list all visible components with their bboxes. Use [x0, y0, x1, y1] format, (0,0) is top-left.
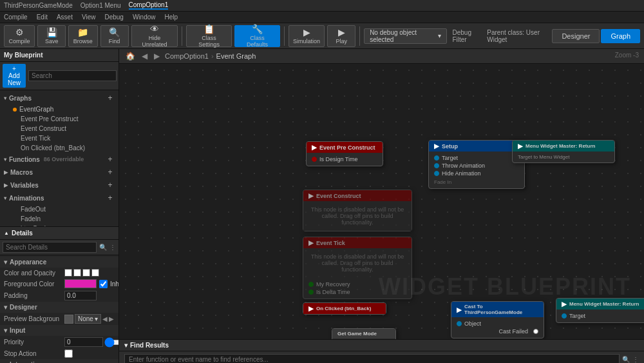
graph-zoom-label: Zoom -3: [615, 52, 639, 59]
event-pre-construct-header: ▶ Event Pre Construct: [307, 142, 383, 153]
variables-section-header[interactable]: ▶ Variables +: [0, 179, 118, 191]
exec-in-pin3: ▶: [562, 300, 567, 308]
right-arrow-icon[interactable]: ▶: [109, 315, 114, 322]
graph-tab[interactable]: Graph: [601, 29, 640, 43]
menu-widget-return-node[interactable]: ▶ Menu Widget Master: Return Target to M…: [512, 140, 615, 163]
event-tick-item[interactable]: Event Tick: [0, 133, 118, 143]
priority-input[interactable]: [64, 337, 103, 347]
separator: [182, 26, 182, 46]
debug-filter-dropdown[interactable]: No debug object selected ▾: [364, 28, 447, 44]
color-r-swatch[interactable]: [64, 269, 72, 277]
preview-bg-label: Preview Backgroun: [4, 315, 62, 322]
menu-window[interactable]: Window: [133, 14, 156, 21]
menu-compile[interactable]: Compile: [4, 14, 28, 21]
animations-add-button[interactable]: +: [106, 193, 115, 202]
event-pre-construct-node[interactable]: ▶ Event Pre Construct Is Design Time: [306, 141, 383, 166]
graph-canvas[interactable]: ▶ Event Pre Construct Is Design Time ▶ S…: [119, 64, 644, 339]
cast-to-header: ▶ Cast To ThirdPersonGameMode: [451, 302, 544, 317]
graph-home-button[interactable]: 🏠: [124, 52, 137, 61]
menu-asset[interactable]: Asset: [57, 14, 73, 21]
disabled-text1: This node is disabled and will not be ca…: [311, 206, 404, 226]
tab-option1-menu[interactable]: Option1 Menu: [80, 2, 121, 9]
left-panel: My Blueprint + Add New 🔍 ⋮ ▾ Graphs + Ev…: [0, 49, 119, 363]
graph-back-button[interactable]: ◀: [140, 52, 149, 61]
color-g-swatch[interactable]: [73, 269, 81, 277]
simulation-button[interactable]: ▶ Simulation: [289, 25, 325, 47]
menu-help[interactable]: Help: [164, 14, 178, 21]
animations-section-header[interactable]: ▾ Animations +: [0, 191, 118, 204]
node-title: On Clicked (btn_Back): [316, 306, 371, 311]
compile-button[interactable]: ⚙ Compile: [4, 25, 35, 47]
event-construct-item[interactable]: Event Construct: [0, 124, 118, 133]
menu-edit[interactable]: Edit: [37, 14, 48, 21]
menu-view[interactable]: View: [82, 14, 96, 21]
cast-to-body: Object Cast Failed: [451, 317, 544, 338]
class-settings-button[interactable]: 📋 Class Settings: [186, 25, 232, 47]
variables-arrow-icon: ▶: [4, 182, 8, 188]
event-pre-construct-item[interactable]: Event Pre Construct: [0, 114, 118, 124]
fadeout-item[interactable]: FadeOut: [0, 204, 118, 214]
get-game-mode-header: Get Game Mode: [332, 329, 395, 338]
appearance-label: Appearance: [10, 259, 46, 266]
event-tick-body: My Recovery Is Delta Time: [303, 278, 412, 299]
exec-out-pin3: ▶: [308, 239, 314, 246]
menu-widget-return-node2[interactable]: ▶ Menu Widget Master: Return Target: [556, 298, 644, 323]
breadcrumb-root[interactable]: CompOption1: [165, 52, 209, 60]
graphs-add-button[interactable]: +: [106, 93, 115, 103]
functions-section-header[interactable]: ▾ Functions 86 Overridable +: [0, 153, 118, 166]
get-game-mode-node[interactable]: Get Game Mode Return Value ▸ Target Menu…: [332, 328, 396, 339]
macros-section: ▶ Macros +: [0, 166, 118, 179]
save-icon: 💾: [46, 27, 57, 37]
inherit-checkbox[interactable]: [99, 280, 108, 288]
tab-comp-option1[interactable]: CompOption1: [129, 1, 169, 10]
play-button[interactable]: ▶ Play: [327, 25, 355, 47]
none-dropdown-arrow-icon: ▾: [95, 315, 98, 322]
input-header[interactable]: ▾ Input: [0, 325, 118, 336]
priority-slider[interactable]: [104, 339, 118, 346]
color-b-swatch[interactable]: [82, 269, 90, 277]
obj-pin3-icon: [434, 171, 439, 176]
padding-input[interactable]: [64, 291, 97, 300]
find-results-input[interactable]: [124, 354, 620, 363]
add-new-button[interactable]: + Add New: [3, 64, 26, 88]
designer-tab[interactable]: Designer: [552, 29, 600, 43]
on-clicked-node[interactable]: ▶ On Clicked (btn_Back): [303, 302, 386, 315]
class-defaults-button[interactable]: 🔧 Class Defaults: [234, 25, 280, 47]
interaction-header[interactable]: ▾ Interaction: [0, 359, 118, 363]
browse-button[interactable]: 📁 Browse: [68, 25, 97, 47]
details-options-icon[interactable]: ⋮: [109, 244, 116, 251]
preview-bg-swatch[interactable]: [64, 315, 73, 324]
event-tick-node[interactable]: ▶ Event Tick This node is disabled and w…: [303, 237, 412, 299]
find-button[interactable]: 🔍 Find: [100, 25, 129, 47]
macros-section-header[interactable]: ▶ Macros +: [0, 166, 118, 179]
setup-node[interactable]: ▶ Setup ▶ Target Throw Animation: [428, 140, 525, 189]
none-dropdown[interactable]: None ▾: [75, 314, 101, 324]
input-label: Input: [10, 327, 25, 334]
find-results-options-icon[interactable]: ⋮: [632, 356, 639, 363]
event-graph-item[interactable]: EventGraph: [0, 104, 118, 114]
fade-in-label: Fade In: [434, 179, 451, 185]
left-arrow-icon[interactable]: ◀: [102, 315, 108, 322]
save-button[interactable]: 💾 Save: [37, 25, 66, 47]
details-search-input[interactable]: [3, 242, 97, 253]
graph-forward-button[interactable]: ▶: [153, 52, 161, 61]
stop-action-checkbox[interactable]: [64, 349, 73, 358]
find-results-search: 🔍 ⋮: [119, 351, 644, 363]
macros-add-button[interactable]: +: [106, 168, 115, 177]
functions-add-button[interactable]: +: [106, 155, 115, 164]
foreground-color-swatch[interactable]: [64, 279, 97, 288]
blueprint-search-input[interactable]: [28, 70, 117, 81]
event-construct-node[interactable]: ▶ Event Construct This node is disabled …: [303, 190, 412, 231]
variables-add-button[interactable]: +: [106, 181, 115, 190]
menu-debug[interactable]: Debug: [104, 14, 123, 21]
designer-header[interactable]: ▾ Designer: [0, 302, 118, 313]
on-clicked-item[interactable]: On Clicked (btn_Back): [0, 143, 118, 153]
cast-to-node[interactable]: ▶ Cast To ThirdPersonGameMode Object Cas…: [451, 301, 544, 338]
tab-third-person[interactable]: ThirdPersonGameMode: [4, 2, 73, 9]
hide-unrelated-button[interactable]: 👁 Hide Unrelated: [131, 25, 178, 47]
appearance-header[interactable]: ▾ Appearance: [0, 257, 118, 268]
color-a-swatch[interactable]: [91, 269, 99, 277]
fadein-item[interactable]: FadeIn: [0, 214, 118, 224]
details-body: ▾ Appearance Color and Opacity For: [0, 255, 118, 363]
graphs-section-header[interactable]: ▾ Graphs +: [0, 92, 118, 104]
